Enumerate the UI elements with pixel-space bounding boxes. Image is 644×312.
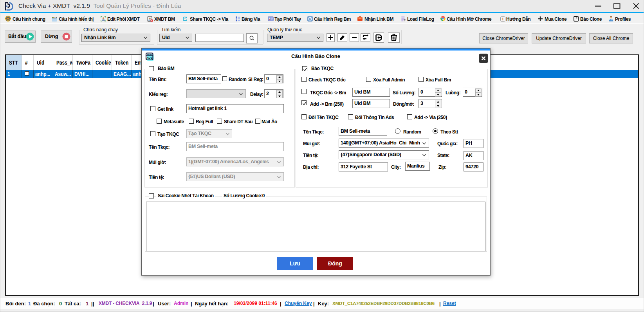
svg-text:i: i: [502, 17, 503, 21]
